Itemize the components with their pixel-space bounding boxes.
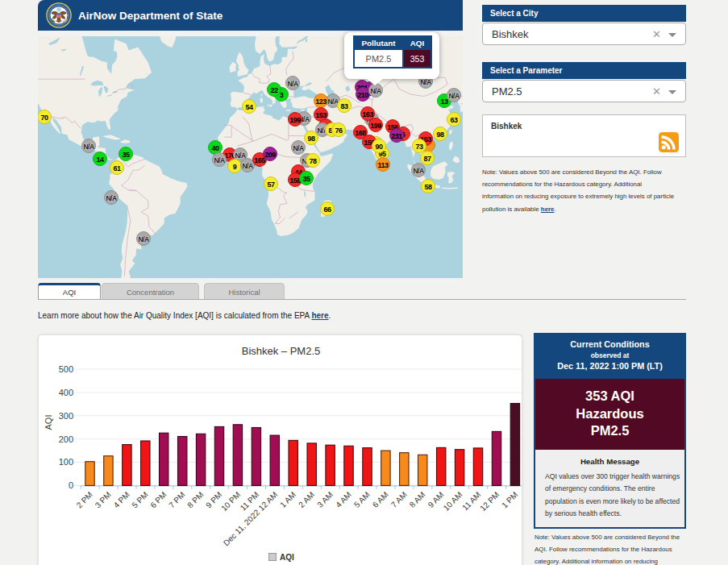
svg-text:1 PM: 1 PM — [500, 490, 519, 509]
svg-text:11 AM: 11 AM — [460, 490, 482, 512]
svg-text:5 AM: 5 AM — [352, 490, 372, 509]
svg-text:10 AM: 10 AM — [442, 490, 464, 513]
svg-text:500: 500 — [59, 364, 73, 374]
svg-text:5 PM: 5 PM — [130, 490, 149, 509]
svg-text:2 PM: 2 PM — [75, 490, 94, 509]
svg-text:8 PM: 8 PM — [185, 490, 205, 509]
svg-text:10 PM: 10 PM — [219, 490, 242, 513]
svg-text:400: 400 — [59, 388, 73, 397]
svg-text:300: 300 — [59, 411, 73, 421]
svg-text:8 AM: 8 AM — [408, 490, 427, 509]
svg-text:2 AM: 2 AM — [297, 490, 316, 509]
svg-text:12 PM: 12 PM — [478, 490, 501, 513]
svg-text:AQI: AQI — [44, 415, 53, 430]
svg-text:4 AM: 4 AM — [334, 490, 353, 509]
svg-text:7 AM: 7 AM — [389, 490, 409, 509]
svg-text:4 PM: 4 PM — [112, 490, 131, 509]
svg-text:1 AM: 1 AM — [278, 490, 297, 509]
svg-text:3 PM: 3 PM — [94, 490, 113, 509]
svg-text:0: 0 — [69, 480, 73, 490]
svg-text:6 AM: 6 AM — [371, 490, 390, 509]
svg-text:100: 100 — [59, 457, 73, 467]
svg-text:3 AM: 3 AM — [315, 490, 335, 509]
svg-text:7 PM: 7 PM — [167, 490, 186, 509]
svg-text:200: 200 — [59, 434, 73, 444]
svg-text:6 PM: 6 PM — [148, 490, 168, 509]
